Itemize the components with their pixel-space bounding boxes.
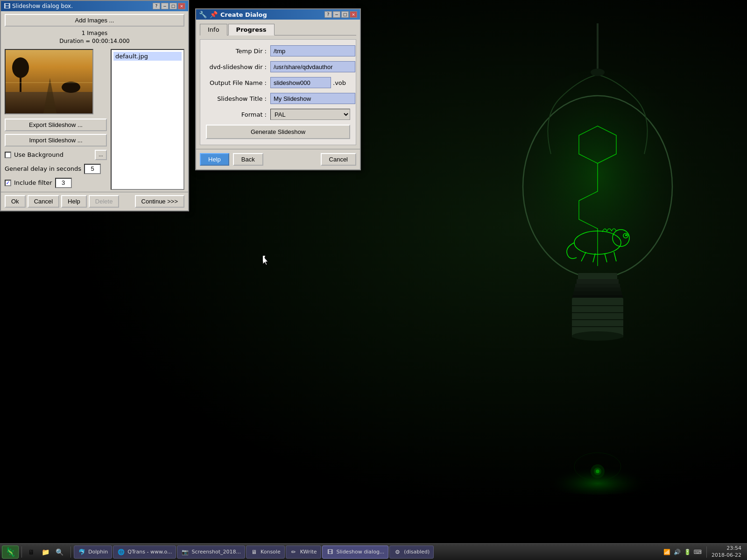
create-back-btn[interactable]: Back <box>233 153 263 166</box>
create-app-icon2: 📌 <box>210 11 218 18</box>
create-titlebar: 🔧 📌 Create Dialog ? − □ × <box>196 9 360 20</box>
temp-dir-row: Temp Dir : <box>206 45 350 56</box>
image-preview <box>5 49 93 114</box>
screenshot-label: Screenshot_2018... <box>191 549 241 555</box>
quick-icon-1: 🖥 <box>28 548 35 556</box>
quick-launch: 🖥 📁 🔍 <box>25 546 66 559</box>
include-filter-checkbox[interactable] <box>5 180 11 186</box>
background-select-button[interactable]: ... <box>95 150 107 160</box>
format-label: Format : <box>206 111 267 118</box>
create-help-button[interactable]: ? <box>324 11 332 18</box>
use-background-label: Use Background <box>14 151 63 158</box>
svg-point-13 <box>572 331 623 341</box>
ok-button[interactable]: Ok <box>5 195 26 208</box>
generate-slideshow-button[interactable]: Generate Slideshow <box>206 125 350 139</box>
format-select[interactable]: PAL NTSC <box>270 109 350 120</box>
network-tray-icon[interactable]: 📶 <box>662 548 671 556</box>
app-icon: 🎞 <box>4 2 10 10</box>
clock-date: 2018-06-22 <box>712 552 741 559</box>
use-background-checkbox[interactable] <box>5 152 11 158</box>
add-images-button[interactable]: Add Images ... <box>5 14 184 27</box>
system-tray: 📶 🔊 🔋 ⌨ <box>662 548 702 556</box>
slideshow-title: Slideshow dialog box. <box>12 3 73 9</box>
qtrans-label: QTrans - www.o... <box>127 549 172 555</box>
start-button[interactable]: 🦎 <box>2 546 19 559</box>
create-close-button[interactable]: × <box>350 11 357 18</box>
delay-label: General delay in seconds <box>5 165 81 172</box>
close-button[interactable]: × <box>178 3 185 9</box>
delete-button[interactable]: Delete <box>89 195 120 208</box>
taskbar: 🦎 🖥 📁 🔍 🐬 Dolphin 🌐 QTrans - www.o... 📷 … <box>0 543 747 560</box>
dolphin-label: Dolphin <box>88 549 108 555</box>
minimize-button[interactable]: − <box>161 3 169 9</box>
taskbar-app-qtrans[interactable]: 🌐 QTrans - www.o... <box>113 546 176 559</box>
format-row: Format : PAL NTSC <box>206 109 350 120</box>
output-label: Output File Name : <box>206 79 267 86</box>
konsole-icon: 🖥 <box>250 548 258 556</box>
create-help-btn[interactable]: Help <box>200 153 229 166</box>
taskbar-app-konsole[interactable]: 🖥 Konsole <box>246 546 285 559</box>
images-duration: Duration = 00:00:14.000 <box>1 37 188 45</box>
export-slideshow-button[interactable]: Export Slideshow ... <box>5 119 107 131</box>
slideshow-content: Add Images ... 1 Images Duration = 00:00… <box>1 11 188 210</box>
slideshow-title-row: Slideshow Title : <box>206 93 350 104</box>
create-cancel-btn[interactable]: Cancel <box>321 153 356 166</box>
restore-button[interactable]: □ <box>169 3 177 9</box>
dvd-dir-row: dvd-slideshow dir : <box>206 61 350 72</box>
keyboard-tray-icon[interactable]: ⌨ <box>693 548 702 556</box>
quick-icon-3: 🔍 <box>56 548 63 556</box>
volume-tray-icon[interactable]: 🔊 <box>673 548 681 556</box>
taskbar-app-disabled[interactable]: ⚙ (disabled) <box>389 546 434 559</box>
svg-rect-2 <box>578 273 617 280</box>
continue-button[interactable]: Continue >>> <box>135 195 184 208</box>
tab-progress[interactable]: Progress <box>228 24 275 35</box>
slideshow-title-label: Slideshow Title : <box>206 95 267 102</box>
dvd-dir-input[interactable] <box>270 61 355 72</box>
filter-input[interactable] <box>55 178 72 188</box>
slideshow-app-label: Slideshow dialog... <box>337 549 385 555</box>
output-input[interactable] <box>270 77 331 88</box>
taskbar-apps: 🐬 Dolphin 🌐 QTrans - www.o... 📷 Screensh… <box>74 546 658 559</box>
create-bottom-buttons: Help Back Cancel <box>196 149 360 169</box>
delay-input[interactable] <box>84 164 101 174</box>
output-row: Output File Name : .vob <box>206 77 350 88</box>
clock-time: 23:54 <box>712 545 741 552</box>
taskbar-app-dolphin[interactable]: 🐬 Dolphin <box>74 546 112 559</box>
help-main-button[interactable]: Help <box>61 195 87 208</box>
quick-btn-2[interactable]: 📁 <box>39 546 52 559</box>
konsole-label: Konsole <box>261 549 281 555</box>
taskbar-app-slideshow[interactable]: 🎞 Slideshow dialog... <box>322 546 389 559</box>
images-info: 1 Images Duration = 00:00:14.000 <box>1 29 188 45</box>
slideshow-icon: 🎞 <box>326 548 334 556</box>
disabled-label: (disabled) <box>404 549 430 555</box>
svg-point-34 <box>62 82 80 93</box>
svg-point-28 <box>591 69 605 76</box>
taskbar-app-screenshot[interactable]: 📷 Screenshot_2018... <box>177 546 245 559</box>
svg-point-17 <box>625 234 627 236</box>
create-restore-button[interactable]: □ <box>341 11 349 18</box>
taskbar-separator-1 <box>21 546 22 558</box>
file-list-panel: default.jpg <box>111 49 184 190</box>
slideshow-title-input[interactable] <box>270 93 355 104</box>
slideshow-dialog: 🎞 Slideshow dialog box. ? − □ × Add Imag… <box>0 0 189 211</box>
dvd-dir-label: dvd-slideshow dir : <box>206 63 267 70</box>
help-titlebar-button[interactable]: ? <box>153 3 160 9</box>
filter-row: Include filter <box>5 178 107 188</box>
taskbar-app-kwrite[interactable]: ✏ KWrite <box>286 546 321 559</box>
quick-btn-3[interactable]: 🔍 <box>53 546 66 559</box>
qtrans-icon: 🌐 <box>117 548 125 556</box>
images-count: 1 Images <box>1 29 188 37</box>
lightbulb-decoration <box>486 23 710 513</box>
file-list-item: default.jpg <box>113 52 182 61</box>
create-minimize-button[interactable]: − <box>333 11 340 18</box>
left-panel: Export Slideshow ... Import Slideshow ..… <box>1 47 111 192</box>
tab-info[interactable]: Info <box>200 24 227 35</box>
include-filter-label: Include filter <box>14 179 52 186</box>
create-titlebar-left: 🔧 📌 Create Dialog <box>199 11 267 18</box>
quick-btn-1[interactable]: 🖥 <box>25 546 38 559</box>
temp-dir-input[interactable] <box>270 45 355 56</box>
cancel-main-button[interactable]: Cancel <box>28 195 59 208</box>
battery-tray-icon[interactable]: 🔋 <box>683 548 691 556</box>
import-slideshow-button[interactable]: Import Slideshow ... <box>5 134 107 147</box>
output-input-area: .vob <box>270 77 350 88</box>
